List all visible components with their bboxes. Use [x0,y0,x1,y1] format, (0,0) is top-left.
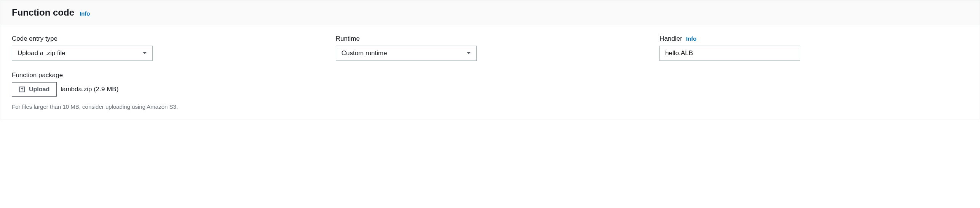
upload-button-label: Upload [29,86,49,93]
handler-label: Handler [659,35,682,43]
code-entry-type-label: Code entry type [12,35,321,43]
panel-title: Function code [12,7,74,18]
upload-hint: For files larger than 10 MB, consider up… [12,103,968,110]
handler-info-link[interactable]: Info [686,35,697,42]
upload-button[interactable]: Upload [12,82,57,97]
runtime-label: Runtime [336,35,645,43]
handler-input[interactable] [659,46,800,61]
panel-header: Function code Info [0,0,980,25]
caret-down-icon [142,52,147,55]
upload-icon [19,86,25,92]
handler-label-row: Handler Info [659,35,968,43]
upload-row: Upload lambda.zip (2.9 MB) [12,82,968,97]
function-package-section: Function package Upload lambda.zip (2.9 … [12,71,968,110]
info-link[interactable]: Info [80,10,90,17]
code-entry-type-select[interactable]: Upload a .zip file [12,46,153,61]
function-package-label: Function package [12,71,968,79]
code-entry-type-value: Upload a .zip file [18,49,65,57]
function-code-panel: Function code Info Code entry type Uploa… [0,0,980,119]
code-entry-type-field: Code entry type Upload a .zip file [12,35,321,61]
file-info: lambda.zip (2.9 MB) [61,86,118,93]
runtime-value: Custom runtime [342,49,387,57]
runtime-select[interactable]: Custom runtime [336,46,477,61]
panel-body: Code entry type Upload a .zip file Runti… [0,25,980,119]
handler-field: Handler Info [659,35,968,61]
field-row: Code entry type Upload a .zip file Runti… [12,35,968,61]
caret-down-icon [466,52,471,55]
runtime-field: Runtime Custom runtime [336,35,645,61]
